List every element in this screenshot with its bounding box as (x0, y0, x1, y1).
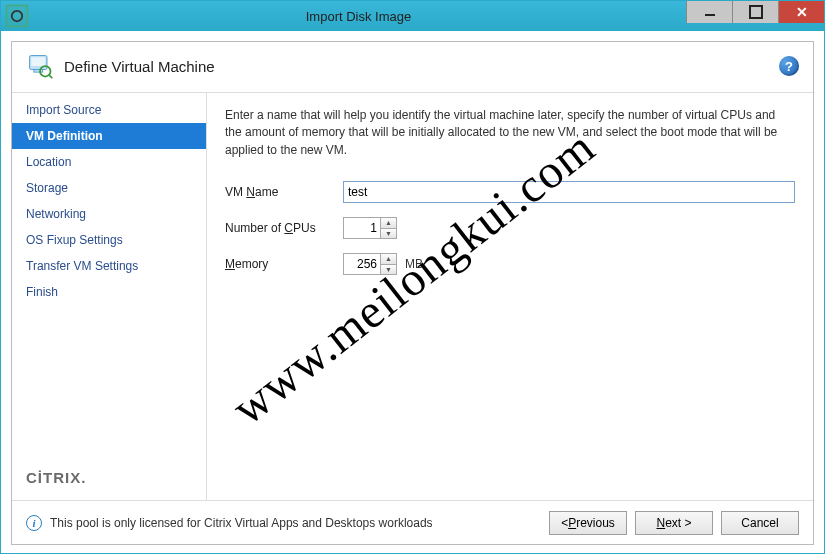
svg-rect-4 (31, 57, 45, 66)
titlebar: Import Disk Image (1, 1, 824, 31)
cpus-up-icon[interactable]: ▲ (381, 218, 396, 229)
intro-text: Enter a name that will help you identify… (225, 107, 795, 159)
svg-rect-5 (34, 70, 43, 73)
wizard-header: Define Virtual Machine ? (12, 42, 813, 93)
wizard-icon (26, 52, 54, 80)
step-networking[interactable]: Networking (12, 201, 206, 227)
cpus-label: Number of CPUs (225, 221, 343, 235)
step-location[interactable]: Location (12, 149, 206, 175)
memory-down-icon[interactable]: ▼ (381, 265, 396, 275)
vm-name-input[interactable] (343, 181, 795, 203)
memory-input[interactable] (344, 254, 380, 274)
system-menu-icon[interactable] (3, 5, 31, 27)
memory-unit: MB (405, 257, 423, 271)
step-import-source[interactable]: Import Source (12, 97, 206, 123)
step-finish[interactable]: Finish (12, 279, 206, 305)
memory-up-icon[interactable]: ▲ (381, 254, 396, 265)
step-storage[interactable]: Storage (12, 175, 206, 201)
page-title: Define Virtual Machine (64, 58, 779, 75)
maximize-button[interactable] (732, 1, 778, 23)
info-icon: i (26, 515, 42, 531)
memory-stepper[interactable]: ▲ ▼ (343, 253, 397, 275)
step-vm-definition[interactable]: VM Definition (12, 123, 206, 149)
cancel-button[interactable]: Cancel (721, 511, 799, 535)
help-icon[interactable]: ? (779, 56, 799, 76)
svg-rect-0 (7, 6, 28, 27)
minimize-button[interactable] (686, 1, 732, 23)
cpus-down-icon[interactable]: ▼ (381, 229, 396, 239)
cpus-input[interactable] (344, 218, 380, 238)
vm-name-label: VM Name (225, 185, 343, 199)
step-os-fixup[interactable]: OS Fixup Settings (12, 227, 206, 253)
wizard-steps: Import Source VM Definition Location Sto… (12, 93, 207, 500)
next-button[interactable]: Next > (635, 511, 713, 535)
wizard-footer: i This pool is only licensed for Citrix … (12, 500, 813, 544)
step-transfer-vm[interactable]: Transfer VM Settings (12, 253, 206, 279)
memory-label: Memory (225, 257, 343, 271)
close-button[interactable] (778, 1, 824, 23)
wizard-page: Enter a name that will help you identify… (207, 93, 813, 500)
previous-button[interactable]: < Previous (549, 511, 627, 535)
brand-logo: CİTRIX. (12, 459, 206, 500)
svg-line-7 (49, 75, 53, 79)
window-title: Import Disk Image (31, 9, 686, 24)
license-message: This pool is only licensed for Citrix Vi… (50, 516, 549, 530)
cpus-stepper[interactable]: ▲ ▼ (343, 217, 397, 239)
